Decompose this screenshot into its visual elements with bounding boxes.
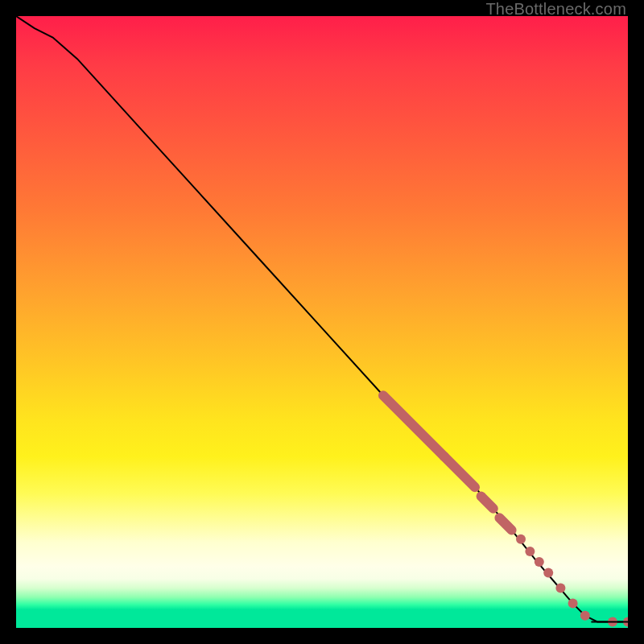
highlight-dot: [516, 535, 526, 544]
chart-svg: [16, 16, 628, 628]
highlight-segment: [444, 456, 475, 487]
highlight-dot: [568, 599, 578, 609]
highlight-segment: [499, 518, 511, 530]
highlight-dot: [543, 568, 553, 578]
highlight-segment: [383, 395, 444, 456]
plot-area: [16, 16, 628, 628]
highlight-dot: [535, 557, 544, 567]
highlight-segment: [481, 497, 493, 509]
highlight-dot: [580, 611, 590, 621]
highlight-dot: [555, 584, 565, 593]
highlight-dot: [525, 547, 535, 556]
chart-stage: TheBottleneck.com: [0, 0, 644, 644]
highlight-dots: [516, 535, 628, 627]
highlight-segments: [383, 395, 512, 530]
main-curve: [16, 16, 628, 621]
